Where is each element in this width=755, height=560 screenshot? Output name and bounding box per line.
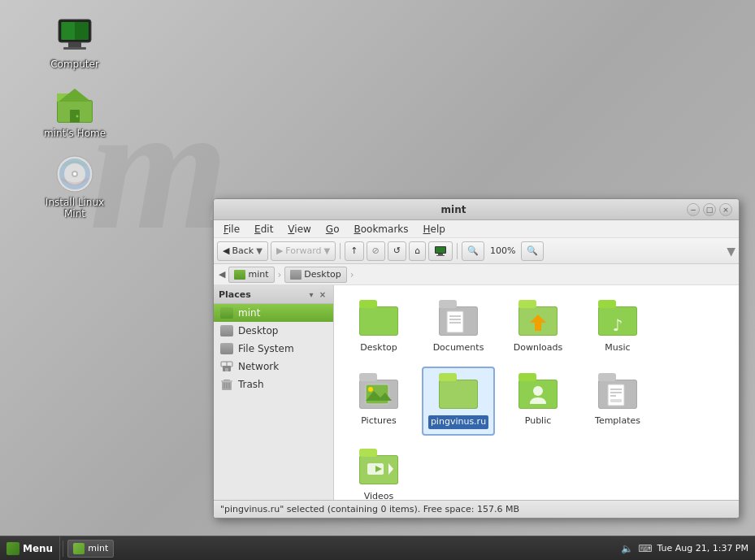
zoom-percent: 100% (487, 245, 519, 256)
svg-rect-70 (359, 449, 377, 457)
svg-rect-62 (598, 373, 616, 381)
music-folder-label: Music (605, 342, 630, 354)
toolbar-more-icon[interactable]: ▼ (727, 245, 735, 258)
svg-rect-41 (519, 300, 536, 308)
mint-watermark: m (89, 65, 228, 271)
maximize-button[interactable]: □ (703, 203, 716, 216)
svg-rect-25 (221, 380, 232, 382)
sidebar: Places ▾ × mint Desktop File System (214, 285, 334, 500)
file-public[interactable]: Public (501, 367, 575, 435)
volume-icon[interactable]: 🔈 (621, 543, 633, 554)
svg-rect-58 (519, 373, 536, 381)
files-area: Desktop (334, 285, 739, 500)
zoom-out-button[interactable]: 🔍 (462, 241, 484, 261)
templates-folder-icon (598, 373, 637, 412)
home-label: mint's Home (44, 128, 106, 139)
menu-go[interactable]: Go (319, 222, 346, 237)
location-home-btn[interactable]: mint (228, 267, 274, 283)
svg-rect-16 (436, 247, 445, 253)
menubar: File Edit View Go Bookmarks Help (214, 220, 739, 238)
forward-arrow-icon: ▶ (276, 245, 283, 256)
file-music[interactable]: ♪ Music (581, 293, 654, 360)
location-path-btn[interactable]: Desktop (284, 267, 346, 283)
sidebar-close-btn[interactable]: × (317, 289, 328, 300)
taskbar-app-icon (73, 543, 85, 554)
file-downloads[interactable]: Downloads (501, 293, 575, 360)
file-grid: Desktop (342, 293, 731, 500)
svg-rect-18 (436, 255, 445, 256)
forward-dropdown-icon[interactable]: ▼ (324, 246, 331, 255)
sidebar-item-mint[interactable]: mint (214, 304, 333, 322)
computer-button[interactable] (428, 241, 453, 261)
dvd-icon (55, 154, 94, 193)
stop-button[interactable]: ⊘ (367, 241, 385, 261)
svg-point-14 (73, 172, 76, 176)
statusbar-text: "pingvinus.ru" selected (containing 0 it… (220, 504, 519, 514)
zoom-in-button[interactable]: 🔍 (521, 241, 544, 261)
svg-rect-45 (598, 300, 616, 308)
file-videos[interactable]: Videos (342, 442, 415, 500)
sidebar-item-network[interactable]: Network (214, 358, 333, 376)
zoom-out-icon: 🔍 (467, 245, 479, 256)
svg-rect-54 (440, 380, 477, 408)
forward-button[interactable]: ▶ Forward ▼ (271, 241, 336, 261)
close-button[interactable]: × (719, 203, 732, 216)
menu-edit[interactable]: Edit (248, 222, 280, 237)
pingvinus-folder-icon (439, 373, 478, 412)
menu-file[interactable]: File (217, 222, 246, 237)
svg-point-59 (533, 386, 543, 396)
file-pictures[interactable]: Pictures (342, 367, 415, 435)
minimize-button[interactable]: − (687, 203, 700, 216)
file-pingvinus[interactable]: pingvinus.ru (422, 367, 495, 435)
computer-label: Computer (50, 59, 99, 70)
taskbar-app-mint[interactable]: mint (67, 540, 114, 558)
menu-help[interactable]: Help (417, 222, 452, 237)
sidebar-item-desktop-label: Desktop (238, 325, 279, 336)
menu-view[interactable]: View (281, 222, 317, 237)
back-dropdown-icon[interactable]: ▼ (256, 246, 263, 255)
reload-button[interactable]: ↺ (388, 241, 406, 261)
keyboard-icon: ⌨ (638, 543, 652, 554)
loc-left-arrow[interactable]: ◀ (219, 269, 225, 280)
svg-rect-2 (62, 22, 75, 40)
back-button[interactable]: ◀ Back ▼ (217, 241, 268, 261)
zoom-in-icon: 🔍 (527, 245, 538, 256)
titlebar[interactable]: mint − □ × (214, 199, 739, 220)
file-desktop[interactable]: Desktop (342, 293, 415, 360)
svg-rect-63 (608, 384, 624, 406)
window-title: mint (220, 204, 687, 215)
svg-rect-35 (447, 311, 463, 332)
videos-folder-icon (359, 449, 398, 488)
toolbar-end: ▼ (727, 243, 735, 258)
trash-icon (220, 379, 233, 390)
taskbar-menu-label: Menu (23, 543, 53, 554)
public-folder-icon (519, 373, 558, 412)
svg-rect-4 (63, 47, 86, 50)
taskbar-menu-icon (7, 542, 20, 555)
sidebar-header-label: Places (219, 289, 306, 300)
svg-rect-34 (439, 300, 457, 308)
desktop-folder-icon-grid (359, 300, 398, 339)
desktop-icon-home[interactable]: mint's Home (42, 85, 107, 139)
sidebar-item-filesystem[interactable]: File System (214, 340, 333, 358)
install-label: Install Linux Mint (42, 197, 107, 220)
desktop-icon-install[interactable]: Install Linux Mint (42, 154, 107, 220)
up-button[interactable]: ↑ (345, 241, 363, 261)
sidebar-item-desktop[interactable]: Desktop (214, 322, 333, 340)
svg-rect-31 (359, 300, 377, 308)
documents-folder-label: Documents (433, 342, 484, 354)
sidebar-item-mint-label: mint (238, 307, 260, 319)
file-documents[interactable]: Documents (422, 293, 495, 360)
location-end-sep: › (350, 269, 354, 280)
menu-bookmarks[interactable]: Bookmarks (347, 222, 414, 237)
taskbar-menu-button[interactable]: Menu (0, 536, 60, 560)
sidebar-places-dropdown[interactable]: ▾ (306, 289, 317, 300)
pictures-folder-label: Pictures (361, 415, 397, 427)
file-templates[interactable]: Templates (581, 367, 654, 435)
svg-rect-3 (68, 42, 81, 47)
home-folder-icon (234, 270, 245, 280)
desktop-icon-computer[interactable]: Computer (42, 16, 107, 70)
sidebar-item-trash[interactable]: Trash (214, 376, 333, 393)
home-button[interactable]: ⌂ (409, 241, 426, 261)
home-icon (55, 85, 94, 124)
